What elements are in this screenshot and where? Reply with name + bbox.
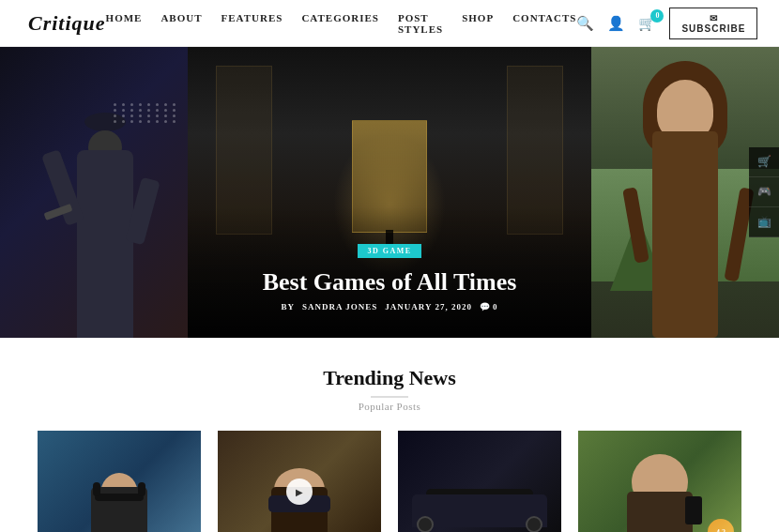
card-3-image: [398, 431, 561, 532]
trending-subtitle: Popular Posts: [38, 401, 741, 412]
navbar: Critique HOME ABOUT FEATURES CATEGORIES …: [0, 0, 779, 47]
hero-comments: 💬 0: [480, 302, 498, 312]
phone-body: [627, 492, 693, 532]
side-gamepad-icon[interactable]: 🎮: [749, 177, 779, 207]
nav-features[interactable]: FEATURES: [221, 12, 283, 35]
nav-about[interactable]: ABOUT: [160, 12, 202, 35]
woman-body: [652, 131, 718, 338]
hero-center-panel: 3D GAME Best Games of All Times BY SANDR…: [188, 47, 591, 338]
side-cart-icon[interactable]: 🛒: [749, 147, 779, 177]
card-4-rating: 4.2: [708, 519, 734, 532]
car-shape: [407, 482, 552, 532]
section-divider: [371, 396, 408, 398]
cart-icon[interactable]: 🛒0: [638, 15, 656, 32]
card-4: 4.2 MULTIPLAYER Top 10 Mobile Games Toda…: [578, 431, 741, 532]
side-icons: 🛒 🎮 📺: [749, 147, 779, 237]
card-3: MULTIPLAYER Ride or Die: Top Vehicles 20…: [398, 431, 561, 532]
phone-device: [685, 496, 702, 524]
card-1-image: [38, 431, 201, 532]
trending-section: Trending News Popular Posts MULTIPLAYER …: [0, 338, 779, 532]
card-2: ▶ MULTIPLAYER Trending VR Games in the U…: [218, 431, 381, 532]
nav-home[interactable]: HOME: [106, 12, 143, 35]
trending-title: Trending News: [38, 366, 741, 390]
section-header: Trending News Popular Posts: [38, 366, 741, 412]
hero-title: Best Games of All Times: [263, 267, 517, 296]
soldier-body: [77, 150, 133, 338]
car-undercarriage: [466, 516, 495, 522]
headphone-left: [93, 482, 100, 496]
nav-contacts[interactable]: CONTACTS: [512, 12, 576, 35]
nav-shop[interactable]: SHOP: [462, 12, 494, 35]
nav-post-styles[interactable]: POST STYLES: [398, 12, 443, 35]
car-wheel-left: [417, 516, 434, 532]
soldier-figure: [49, 94, 161, 338]
hero-date: JANUARY 27, 2020: [385, 302, 472, 312]
search-icon[interactable]: 🔍: [576, 15, 594, 32]
cart-badge: 0: [650, 9, 664, 23]
person-phone-figure: [618, 435, 702, 532]
hero-left-panel: [0, 47, 188, 338]
hero-meta: BY SANDRA JONES JANUARY 27, 2020 💬 0: [282, 302, 498, 312]
dots-pattern: [114, 103, 178, 123]
nav-categories[interactable]: CATEGORIES: [301, 12, 379, 35]
card-2-image: ▶: [218, 431, 381, 532]
nav-links: HOME ABOUT FEATURES CATEGORIES POST STYL…: [106, 12, 577, 35]
card-2-play-button[interactable]: ▶: [286, 479, 313, 505]
hero-section: 3D GAME Best Games of All Times BY SANDR…: [0, 47, 779, 338]
car-wheel-right: [526, 516, 542, 532]
hero-author-label: BY: [282, 302, 296, 312]
woman-arm-left: [622, 187, 649, 263]
hero-tag: 3D GAME: [358, 244, 420, 258]
card-1: MULTIPLAYER Gadgets You Must Try in 2022…: [38, 431, 201, 532]
hero-right-panel: 🛒 🎮 📺: [591, 47, 779, 338]
person-headphones-figure: [82, 435, 157, 532]
cards-grid: MULTIPLAYER Gadgets You Must Try in 2022…: [38, 431, 741, 532]
side-tv-icon[interactable]: 📺: [749, 207, 779, 237]
headphone-right: [138, 482, 145, 496]
headphones: [95, 494, 144, 501]
user-icon[interactable]: 👤: [607, 15, 625, 32]
subscribe-button[interactable]: ✉ SUBSCRIBE: [669, 8, 757, 39]
woman-figure: [619, 66, 751, 338]
hero-author: SANDRA JONES: [302, 302, 377, 312]
card-4-image: 4.2: [578, 431, 741, 532]
logo: Critique: [28, 11, 106, 36]
nav-right: 🔍 👤 🛒0 ✉ SUBSCRIBE: [576, 8, 757, 39]
